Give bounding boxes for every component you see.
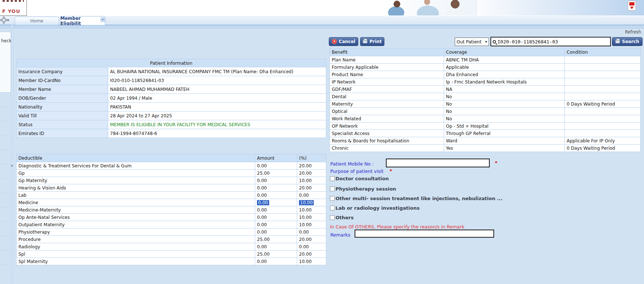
deductible-table: Deductible Amount (%) Diagnostic & Treat…: [16, 154, 326, 265]
checkbox-label: Others: [335, 215, 354, 220]
gear-icon: [1, 18, 6, 22]
table-row-selected: Medicine0.0010.00: [17, 199, 326, 206]
checkbox-others[interactable]: [330, 215, 335, 220]
table-row: Product NameDha Enhanced: [330, 71, 641, 78]
row-value: PAKISTAN: [108, 103, 326, 111]
table-row: Insurance CompanyAL BUHAIRA NATIONAL INS…: [17, 67, 326, 76]
chevron-down-icon: ▼: [485, 40, 487, 43]
table-row: Physiotherapy0.000.00: [17, 228, 326, 236]
pdf-export-icon[interactable]: [628, 1, 636, 11]
search-query-text: I020-010-118526841-03: [497, 39, 558, 45]
column-header: Coverage: [444, 49, 565, 56]
checkbox-doctor-consultation[interactable]: [330, 176, 335, 181]
patient-type-select[interactable]: Out Patient ▼: [455, 38, 489, 46]
table-row: Diagnostic & Treatment Services For Dent…: [17, 162, 326, 170]
sidebar-separators: [0, 93, 10, 266]
table-row: Formulary ApplicableApplicable: [330, 64, 641, 71]
tab-home-label: Home: [30, 18, 43, 24]
remarks-input[interactable]: [355, 230, 494, 238]
column-header: Condition: [565, 49, 641, 56]
required-asterisk: *: [495, 160, 497, 166]
checkbox-physiotherapy-session[interactable]: [330, 187, 335, 191]
table-row: IP NetworkIp : Fmc Standard Network Hosp…: [330, 78, 641, 86]
checkbox-label: Doctor consultation: [335, 176, 389, 181]
column-header: (%): [297, 154, 326, 162]
table-row: Work RelatedNo: [330, 115, 641, 123]
table-row: Member ID-CardNoI020-010-118526841-03: [17, 76, 326, 85]
table-row: Specialist AccessThrough GP Referral: [330, 130, 641, 137]
table-row: Gp25.0020.00: [17, 170, 326, 177]
table-row: Procedure25.0020.00: [17, 236, 326, 243]
checkbox-other-multi-session[interactable]: [330, 196, 335, 201]
row-label: Member Name: [17, 85, 108, 94]
table-row: Radiology0.000.00: [17, 243, 326, 251]
table-row: Gp Maternity0.0010.00: [17, 177, 326, 184]
search-button-icon: [615, 40, 620, 43]
required-asterisk: *: [390, 168, 392, 174]
printer-icon: [363, 40, 367, 43]
toolbar-strip: [0, 25, 644, 28]
settings-menu[interactable]: ▼: [1, 18, 9, 22]
top-banner: F YOU: [0, 0, 644, 15]
row-value: AL BUHAIRA NATIONAL INSURANCE COMPANY FM…: [108, 67, 326, 76]
logo-text: F YOU: [2, 8, 20, 14]
refresh-link[interactable]: Refresh: [625, 29, 641, 35]
table-row: OpticalNo: [330, 108, 641, 115]
table-row: ChronicYes0 Days Waiting Period: [330, 145, 641, 152]
table-row: DOB/Gender02 Apr 1994 / Male: [17, 94, 326, 103]
tab-home[interactable]: Home: [15, 17, 59, 25]
checkbox-label: Other multi- session treatment like inje…: [335, 196, 503, 201]
medical-staff-photo: [383, 0, 477, 15]
patient-information-title: Patient Information: [17, 59, 326, 67]
content-area: Refresh heck ◀ Patient Information Insur…: [0, 25, 644, 284]
splitter-collapse-arrow[interactable]: ◀: [11, 164, 13, 167]
table-row: GDF/MAFNA: [330, 86, 641, 93]
table-row: Spl Maternity0.0010.00: [17, 258, 326, 265]
table-row: Lab0.000.00: [17, 192, 326, 199]
table-row: Rooms & Boards for hospitalisationWardAp…: [330, 137, 641, 145]
table-row: Emirates ID784-1994-8074748-6: [17, 129, 326, 138]
table-row: StatusMEMBER IS ELIGIBLE IN YOUR FACILIT…: [17, 120, 326, 129]
row-value: 784-1994-8074748-6: [108, 129, 326, 138]
table-row: Spl25.0020.00: [17, 251, 326, 258]
row-label: Status: [17, 120, 108, 129]
benefit-table: Benefit Coverage Condition Plan NameABNI…: [330, 48, 641, 152]
table-row: Member NameNABEEL AHMAD MUHAMMAD FATEH: [17, 85, 326, 94]
sidebar-splitter[interactable]: [11, 25, 13, 284]
table-row: Outpatient Maternity0.0010.00: [17, 221, 326, 228]
row-label: Valid Till: [17, 111, 108, 120]
tab-member-eligibility[interactable]: Member Eligibilit ×: [60, 16, 105, 25]
remarks-label: Remarks: [330, 232, 351, 238]
row-value: I020-010-118526841-03: [108, 76, 326, 85]
table-row: Plan NameABNIC TM DHA: [330, 56, 641, 64]
row-label: Emirates ID: [17, 129, 108, 138]
patient-mobile-input[interactable]: [386, 159, 490, 167]
cancel-button[interactable]: × Cancel: [329, 37, 358, 46]
table-row: Valid Till28 Apr 2024 to 27 Apr 2025: [17, 111, 326, 120]
selected-value: 10.00: [299, 200, 314, 205]
table-row: Hearing & Vision Aids0.0020.00: [17, 184, 326, 192]
row-value: 02 Apr 1994 / Male: [108, 94, 326, 103]
print-button[interactable]: Print: [360, 37, 384, 46]
search-button[interactable]: Search: [612, 37, 643, 46]
table-row: OP NetworkOp - Std + Hospital: [330, 123, 641, 130]
column-header: Deductible: [17, 154, 255, 162]
patient-information-table: Patient Information Insurance CompanyAL …: [16, 59, 326, 138]
cancel-x-icon: ×: [332, 39, 337, 44]
column-header: Benefit: [330, 49, 444, 56]
table-row: MaternityNo0 Days Waiting Period: [330, 100, 641, 108]
chevron-down-icon: ▼: [7, 19, 9, 21]
row-value: 28 Apr 2024 to 27 Apr 2025: [108, 111, 326, 120]
search-icon: [493, 40, 496, 43]
checkbox-label: Lab or radiology investigations: [335, 205, 419, 211]
tab-member-eligibility-label: Member Eligibilit: [60, 16, 99, 26]
row-value: NABEEL AHMAD MUHAMMAD FATEH: [108, 85, 326, 94]
facility-logo: F YOU: [0, 0, 27, 16]
table-row: DentalNo: [330, 93, 641, 100]
checkbox-lab-or-radiology[interactable]: [330, 206, 335, 210]
tab-close-icon[interactable]: ×: [101, 17, 105, 22]
table-row: Medicine-Maternity0.0010.00: [17, 206, 326, 214]
member-search-input[interactable]: I020-010-118526841-03: [490, 37, 611, 46]
purpose-label: Purpose of patient visit: [330, 168, 383, 174]
row-label: DOB/Gender: [17, 94, 108, 103]
